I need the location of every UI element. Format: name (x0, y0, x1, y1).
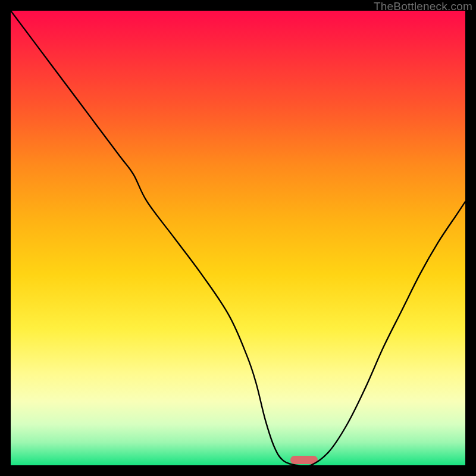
watermark-text: TheBottleneck.com (374, 0, 472, 13)
optimal-marker (290, 456, 318, 464)
plot-area (11, 11, 465, 465)
chart-frame: TheBottleneck.com (0, 0, 476, 476)
bottleneck-curve (11, 11, 465, 465)
